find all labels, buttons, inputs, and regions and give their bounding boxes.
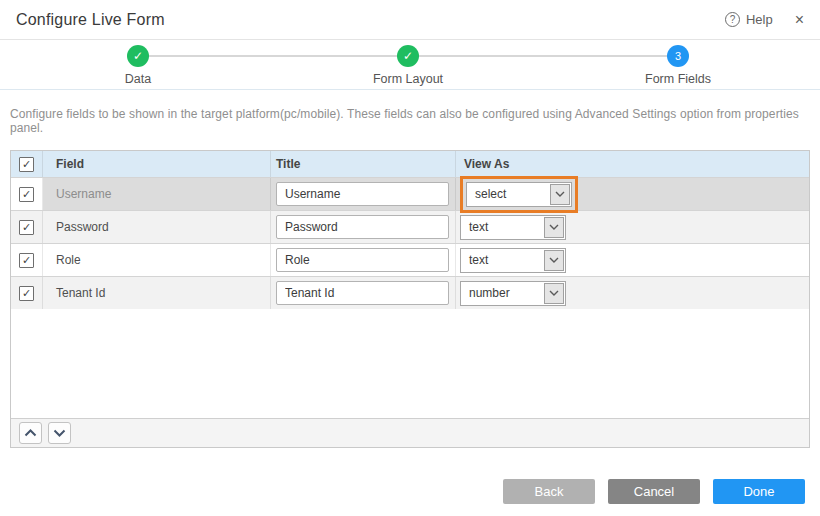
step-label: Form Fields (608, 72, 748, 86)
table-empty-area (11, 309, 809, 418)
step-form-layout[interactable]: ✓ Form Layout (338, 45, 478, 86)
field-name: Role (56, 253, 81, 267)
table-header-row: ✓ Field Title View As (11, 151, 809, 177)
done-button[interactable]: Done (713, 479, 805, 504)
title-input[interactable] (276, 182, 449, 206)
close-icon[interactable]: × (795, 12, 804, 28)
step-label: Form Layout (338, 72, 478, 86)
chevron-down-icon (53, 429, 66, 437)
chevron-down-icon (550, 184, 570, 205)
field-name: Password (56, 220, 109, 234)
step-complete-icon: ✓ (127, 45, 149, 67)
chevron-down-icon (544, 250, 564, 271)
step-number-badge: 3 (667, 45, 689, 67)
title-input[interactable] (276, 281, 449, 305)
view-as-select[interactable]: text (460, 248, 566, 273)
title-input[interactable] (276, 215, 449, 239)
stepper: ✓ Data ✓ Form Layout 3 Form Fields (0, 40, 820, 90)
table-row: ✓ Password text (11, 210, 809, 243)
dialog-title: Configure Live Form (16, 11, 165, 29)
row-checkbox[interactable]: ✓ (19, 253, 34, 268)
column-header-title: Title (271, 151, 456, 177)
back-button[interactable]: Back (503, 479, 595, 504)
chevron-down-icon (544, 217, 564, 238)
field-name: Username (56, 187, 111, 201)
view-as-value: number (461, 286, 543, 300)
help-label: Help (746, 12, 773, 27)
fields-table: ✓ Field Title View As ✓ Username select (10, 150, 810, 448)
configure-live-form-dialog: Configure Live Form ? Help × ✓ Data ✓ Fo… (0, 0, 820, 516)
table-row: ✓ Tenant Id number (11, 276, 809, 309)
move-up-button[interactable] (19, 422, 42, 444)
chevron-up-icon (24, 429, 37, 437)
action-bar: Back Cancel Done (503, 479, 805, 504)
title-bar: Configure Live Form ? Help × (0, 0, 820, 40)
chevron-down-icon (544, 283, 564, 304)
table-footer (11, 418, 809, 447)
cancel-button[interactable]: Cancel (608, 479, 700, 504)
step-form-fields[interactable]: 3 Form Fields (608, 45, 748, 86)
move-down-button[interactable] (48, 422, 71, 444)
field-name: Tenant Id (56, 286, 105, 300)
row-checkbox[interactable]: ✓ (19, 286, 34, 301)
table-row: ✓ Role text (11, 243, 809, 276)
step-label: Data (68, 72, 208, 86)
view-as-select[interactable]: number (460, 281, 566, 306)
help-icon: ? (725, 12, 740, 27)
highlight-box: select (460, 176, 578, 213)
table-row: ✓ Username select (11, 177, 809, 210)
step-data[interactable]: ✓ Data (68, 45, 208, 86)
view-as-value: select (467, 187, 549, 201)
view-as-select[interactable]: select (466, 182, 572, 207)
row-checkbox[interactable]: ✓ (19, 187, 34, 202)
column-header-field: Field (43, 151, 271, 177)
column-header-view-as: View As (456, 151, 809, 177)
row-checkbox[interactable]: ✓ (19, 220, 34, 235)
description-text: Configure fields to be shown in the targ… (10, 107, 810, 135)
select-all-checkbox[interactable]: ✓ (19, 157, 34, 172)
view-as-value: text (461, 220, 543, 234)
view-as-select[interactable]: text (460, 215, 566, 240)
title-input[interactable] (276, 248, 449, 272)
step-complete-icon: ✓ (397, 45, 419, 67)
view-as-value: text (461, 253, 543, 267)
help-button[interactable]: ? Help (725, 12, 773, 27)
